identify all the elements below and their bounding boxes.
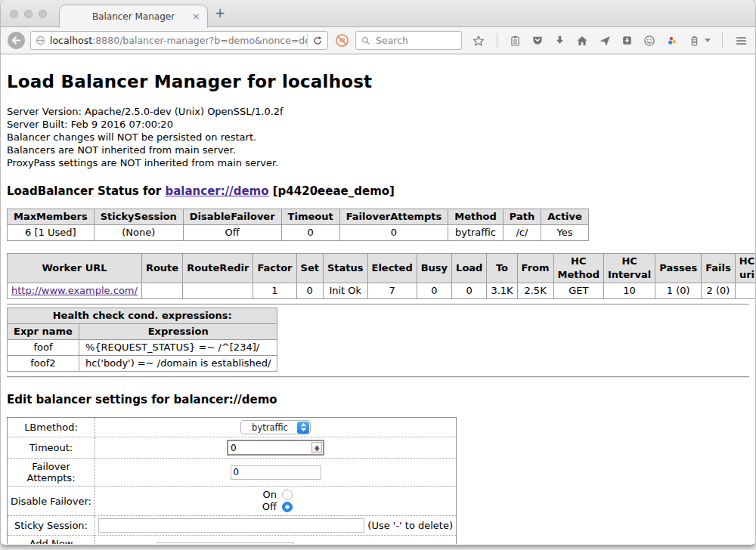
sticky-session-input[interactable] xyxy=(98,518,364,533)
table-header-row: Worker URL Route RouteRedir Factor Set S… xyxy=(8,254,756,283)
search-icon xyxy=(361,36,371,46)
new-tab-button[interactable]: + xyxy=(215,5,225,20)
window-controls xyxy=(10,10,47,18)
status-heading-prefix: LoadBalancer Status for xyxy=(7,184,165,198)
save-panel-button[interactable] xyxy=(621,34,634,47)
square-download-icon xyxy=(621,34,634,47)
lbmethod-label: LBmethod: xyxy=(8,418,95,437)
timeout-field-wrap: ▲▼ xyxy=(227,440,324,456)
star-icon xyxy=(472,34,485,48)
col-failoverattempts: FailoverAttempts xyxy=(339,209,448,225)
pocket-button[interactable] xyxy=(531,34,544,48)
battery-icon xyxy=(688,34,701,48)
balancer-status-table: MaxMembers StickySession DisableFailover… xyxy=(7,209,589,241)
timeout-label: Timeout: xyxy=(8,437,95,459)
device-button[interactable] xyxy=(688,34,701,48)
url-host: localhost xyxy=(50,35,92,46)
notice-proxypass: ProxyPass settings are NOT inherited fro… xyxy=(7,156,749,169)
tab-title: Balancer Manager xyxy=(92,11,175,22)
table-row: 6 [1 Used] (None) Off 0 0 bytraffic /c/ … xyxy=(8,225,589,241)
sticky-session-label: Sticky Session: xyxy=(8,516,95,536)
menu-hamburger-icon xyxy=(734,35,748,47)
back-button[interactable] xyxy=(7,31,26,50)
add-worker-label: Add New Worker: xyxy=(8,536,95,545)
device-dropdown-button[interactable] xyxy=(705,39,711,42)
col-expr-name: Expr name xyxy=(8,324,79,340)
server-built: Server Built: Feb 9 2016 07:00:20 xyxy=(7,118,749,131)
page-title: Load Balancer Manager for localhost xyxy=(7,72,749,91)
form-row-sticky: Sticky Session: (Use '-' to delete) xyxy=(8,516,457,536)
lbmethod-select[interactable]: bytraffic xyxy=(240,420,311,434)
failover-attempts-label: Failover Attempts: xyxy=(8,459,95,487)
reload-button[interactable] xyxy=(308,32,327,49)
toolbar-buttons xyxy=(472,33,755,48)
lbmethod-selected-value: bytraffic xyxy=(243,422,297,433)
minimize-window-button[interactable] xyxy=(24,10,33,18)
are-you-sure-label: Are you sure? xyxy=(311,544,378,545)
table-row: foof2 hc('body') =~ /domain is establish… xyxy=(8,356,277,372)
server-info: Server Version: Apache/2.5.0-dev (Unix) … xyxy=(7,105,749,169)
profile-button[interactable] xyxy=(665,34,679,48)
failover-attempts-input[interactable] xyxy=(231,465,321,480)
notice-balancers: Balancers are NOT inherited from main se… xyxy=(7,144,749,156)
zoom-window-button[interactable] xyxy=(39,10,47,18)
notice-persist: Balancer changes will NOT be persisted o… xyxy=(7,131,749,144)
col-method: Method xyxy=(448,209,503,225)
number-spinner[interactable]: ▲▼ xyxy=(311,442,322,453)
col-active: Active xyxy=(541,209,589,225)
tab-balancer-manager[interactable]: Balancer Manager × xyxy=(59,5,208,28)
downloads-button[interactable] xyxy=(553,34,566,47)
close-window-button[interactable] xyxy=(10,10,18,18)
send-tab-button[interactable] xyxy=(598,34,612,48)
navigation-toolbar: localhost:8880/balancer-manager?b=demo&n… xyxy=(1,27,755,54)
feedback-button[interactable] xyxy=(643,34,656,48)
form-row-failover: Failover Attempts: xyxy=(8,459,457,487)
home-button[interactable] xyxy=(575,34,589,48)
form-row-lbmethod: LBmethod: bytraffic xyxy=(8,418,457,437)
col-disablefailover: DisableFailover xyxy=(183,209,281,225)
col-stickysession: StickySession xyxy=(94,209,183,225)
download-arrow-icon xyxy=(553,34,566,47)
timeout-input[interactable] xyxy=(228,442,311,454)
sticky-session-hint: (Use '-' to delete) xyxy=(367,520,453,531)
form-row-add-worker: Add New Worker: Are you sure? xyxy=(8,536,457,545)
health-check-table: Health check cond. expressions: Expr nam… xyxy=(7,307,277,372)
url-bar[interactable]: localhost:8880/balancer-manager?b=demo&n… xyxy=(30,31,328,50)
off-label: Off xyxy=(259,501,277,513)
smiley-icon xyxy=(643,34,656,48)
url-path: :8880/balancer-manager?b=demo&nonce=decc… xyxy=(92,35,307,46)
toolbar-separator xyxy=(722,33,723,48)
menu-button[interactable] xyxy=(734,35,748,47)
disable-failover-off-radio[interactable] xyxy=(282,502,293,512)
disable-failover-on-radio[interactable] xyxy=(282,490,293,500)
col-expression: Expression xyxy=(79,324,277,340)
back-arrow-icon xyxy=(7,31,26,50)
browser-window: Balancer Manager × + localhost:8880/bala… xyxy=(1,0,755,545)
form-row-timeout: Timeout: ▲▼ xyxy=(8,437,457,459)
add-worker-input[interactable] xyxy=(156,542,294,545)
bookmark-star-button[interactable] xyxy=(472,34,485,48)
worker-url-link[interactable]: http://www.example.com/ xyxy=(11,285,138,296)
reading-list-button[interactable] xyxy=(509,34,522,48)
search-input[interactable] xyxy=(374,34,458,47)
table-title-row: Health check cond. expressions: xyxy=(8,308,277,324)
toolbar-separator xyxy=(497,33,497,48)
search-bar xyxy=(355,31,462,50)
section-divider xyxy=(7,376,749,378)
balancer-demo-link[interactable]: balancer://demo xyxy=(165,184,268,198)
content-blocked-button[interactable] xyxy=(333,32,351,50)
pocket-icon xyxy=(531,34,544,48)
col-maxmembers: MaxMembers xyxy=(8,209,94,225)
table-header-row: Expr name Expression xyxy=(8,324,277,340)
page-content: Load Balancer Manager for localhost Serv… xyxy=(1,54,755,544)
home-icon xyxy=(575,34,589,48)
reload-icon xyxy=(311,35,324,47)
close-tab-icon[interactable]: × xyxy=(192,11,200,21)
table-row: foof %{REQUEST_STATUS} =~ /^[234]/ xyxy=(8,340,277,356)
edit-balancer-form: LBmethod: bytraffic xyxy=(7,417,457,544)
url-text: localhost:8880/balancer-manager?b=demo&n… xyxy=(50,35,307,46)
edit-settings-heading: Edit balancer settings for balancer://de… xyxy=(7,393,749,406)
table-header-row: MaxMembers StickySession DisableFailover… xyxy=(8,209,589,225)
paper-plane-icon xyxy=(598,34,612,48)
dropdown-caret-icon xyxy=(705,39,711,42)
